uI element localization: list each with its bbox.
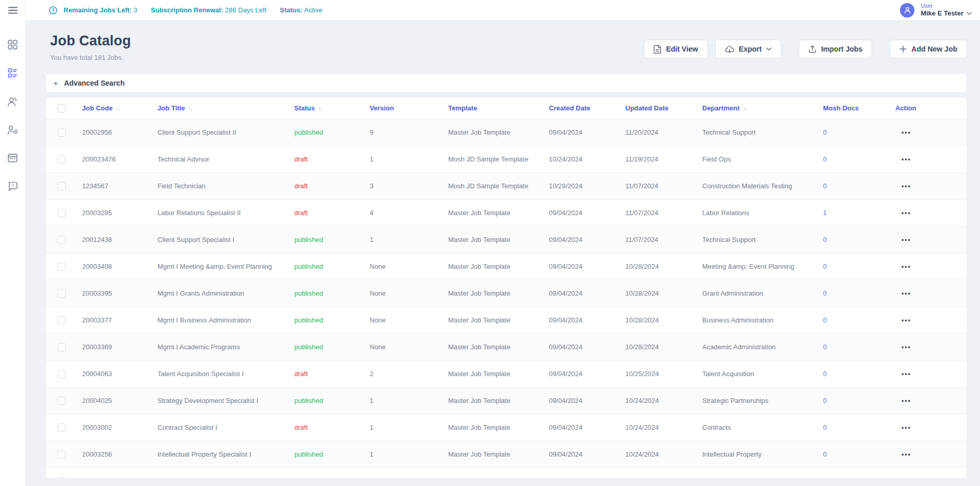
mosh-docs-link[interactable]: 0 — [823, 424, 895, 431]
sidebar-item-candidates[interactable] — [4, 92, 22, 110]
row-actions-button[interactable]: ••• — [895, 290, 967, 297]
column-header-updated-date[interactable]: Updated Date — [625, 104, 702, 112]
created-date-cell: 09/04/2024 — [549, 477, 625, 479]
sidebar-item-job-catalog[interactable] — [4, 63, 22, 82]
subscription-renewal-value: 286 Days Left — [225, 6, 266, 14]
job-code-cell: 20004063 — [82, 370, 157, 378]
mosh-docs-link[interactable]: 1 — [823, 209, 895, 217]
sidebar-item-user-management[interactable] — [4, 120, 22, 139]
export-button[interactable]: Export — [715, 40, 781, 58]
remaining-jobs-label: Remaining Jobs Left: — [64, 6, 132, 14]
row-actions-button[interactable]: ••• — [895, 129, 967, 136]
user-menu[interactable]: User Mike E Tester — [900, 3, 972, 18]
updated-date-cell: 10/25/2024 — [625, 370, 702, 378]
sort-icon[interactable]: ↑↓ — [742, 105, 746, 111]
sort-icon[interactable]: ↑↓ — [116, 105, 119, 111]
row-actions-button[interactable]: ••• — [895, 236, 967, 244]
status-label: Status: — [280, 6, 303, 14]
template-cell: Master Job Template — [448, 128, 549, 136]
column-header-status[interactable]: Status ↑↓ — [294, 104, 370, 112]
advanced-search-toggle[interactable]: + Advanced Search — [45, 73, 967, 93]
table-row: 20012438 Client Support Specialist I pub… — [46, 226, 967, 253]
row-actions-button[interactable]: ••• — [895, 370, 967, 378]
sidebar-item-help[interactable]: ? — [4, 177, 22, 196]
column-header-job-title[interactable]: Job Title ↑↓ — [157, 104, 294, 112]
mosh-docs-link[interactable]: 0 — [823, 155, 895, 163]
sort-icon[interactable]: ↑↓ — [318, 105, 322, 111]
export-label: Export — [739, 45, 762, 53]
row-checkbox[interactable] — [57, 450, 66, 459]
row-checkbox[interactable] — [57, 477, 66, 479]
row-actions-button[interactable]: ••• — [895, 451, 967, 458]
sidebar-item-dashboard[interactable] — [4, 35, 22, 54]
row-checkbox[interactable] — [57, 263, 66, 271]
mosh-docs-link[interactable]: 0 — [823, 128, 895, 136]
row-checkbox[interactable] — [57, 370, 66, 378]
table-row: 200023476 Technical Advisor draft 1 Mosh… — [46, 146, 967, 173]
row-actions-button[interactable]: ••• — [895, 478, 967, 479]
status-info: Status: Active — [280, 6, 322, 14]
version-cell: 1 — [370, 397, 448, 404]
edit-view-button[interactable]: Edit View — [644, 40, 708, 58]
upload-icon — [809, 45, 816, 53]
mosh-docs-link[interactable]: 0 — [823, 182, 895, 190]
chevron-down-icon — [967, 12, 972, 15]
version-cell: 9 — [370, 128, 448, 136]
job-title-cell: Talent Acquisition Specialist I — [157, 370, 294, 378]
column-header-job-code[interactable]: Job Code ↑↓ — [82, 104, 157, 112]
row-checkbox[interactable] — [57, 155, 66, 164]
hamburger-icon — [8, 7, 18, 14]
row-actions-button[interactable]: ••• — [895, 344, 967, 351]
row-actions-button[interactable]: ••• — [895, 317, 967, 324]
column-header-template[interactable]: Template — [448, 104, 549, 112]
table-row: 20002956 Client Support Specialist II pu… — [46, 119, 967, 146]
row-checkbox[interactable] — [57, 236, 66, 244]
hamburger-menu-button[interactable] — [0, 0, 25, 21]
row-actions-button[interactable]: ••• — [895, 263, 967, 270]
row-actions-button[interactable]: ••• — [895, 209, 967, 217]
sidebar-item-reports[interactable] — [4, 149, 22, 167]
column-header-action[interactable]: Action — [895, 104, 967, 112]
department-cell: Labor Relations — [702, 209, 823, 217]
job-code-cell: 200023476 — [82, 155, 157, 163]
mosh-docs-link[interactable]: 0 — [823, 316, 895, 324]
mosh-docs-link[interactable]: 0 — [823, 370, 895, 378]
mosh-docs-link[interactable]: 0 — [823, 343, 895, 351]
row-actions-button[interactable]: ••• — [895, 424, 967, 431]
mosh-docs-link[interactable]: 0 — [823, 236, 895, 244]
column-header-version[interactable]: Version — [370, 104, 448, 112]
import-jobs-button[interactable]: Import Jobs — [799, 40, 872, 58]
row-checkbox[interactable] — [57, 182, 66, 190]
column-header-mosh-docs[interactable]: Mosh Docs — [823, 104, 895, 112]
mosh-docs-link[interactable]: 0 — [823, 289, 895, 297]
mosh-docs-link[interactable]: 0 — [823, 477, 895, 479]
updated-date-cell: 10/24/2024 — [625, 397, 702, 404]
column-header-created-date[interactable]: Created Date — [549, 104, 625, 112]
user-label: User — [921, 3, 972, 9]
row-checkbox[interactable] — [57, 424, 66, 432]
add-new-job-button[interactable]: Add New Job — [890, 40, 967, 58]
table-row: 20004063 Talent Acquisition Specialist I… — [46, 361, 967, 387]
table-row: 20003285 Labor Relations Specialist II d… — [46, 200, 967, 226]
mosh-docs-link[interactable]: 0 — [823, 450, 895, 458]
row-checkbox[interactable] — [57, 289, 66, 298]
row-checkbox[interactable] — [57, 209, 66, 217]
select-all-checkbox[interactable] — [57, 104, 66, 112]
row-checkbox[interactable] — [57, 343, 66, 351]
page-head: Job Catalog You have total 181 Jobs. Edi… — [45, 33, 967, 61]
row-checkbox[interactable] — [57, 397, 66, 405]
row-select-cell — [57, 209, 82, 217]
row-actions-button[interactable]: ••• — [895, 397, 967, 404]
subscription-info: Remaining Jobs Left: 3 Subscription Rene… — [49, 6, 331, 14]
column-header-department[interactable]: Department ↑↓ — [702, 104, 823, 112]
row-checkbox[interactable] — [57, 128, 66, 137]
row-actions-button[interactable]: ••• — [895, 183, 967, 190]
row-checkbox[interactable] — [57, 316, 66, 325]
row-select-cell — [57, 289, 82, 298]
sort-icon[interactable]: ↑↓ — [188, 105, 192, 111]
department-cell: Contracts — [702, 424, 823, 431]
row-actions-button[interactable]: ••• — [895, 156, 967, 163]
import-jobs-label: Import Jobs — [821, 45, 862, 53]
mosh-docs-link[interactable]: 0 — [823, 263, 895, 270]
mosh-docs-link[interactable]: 0 — [823, 397, 895, 404]
